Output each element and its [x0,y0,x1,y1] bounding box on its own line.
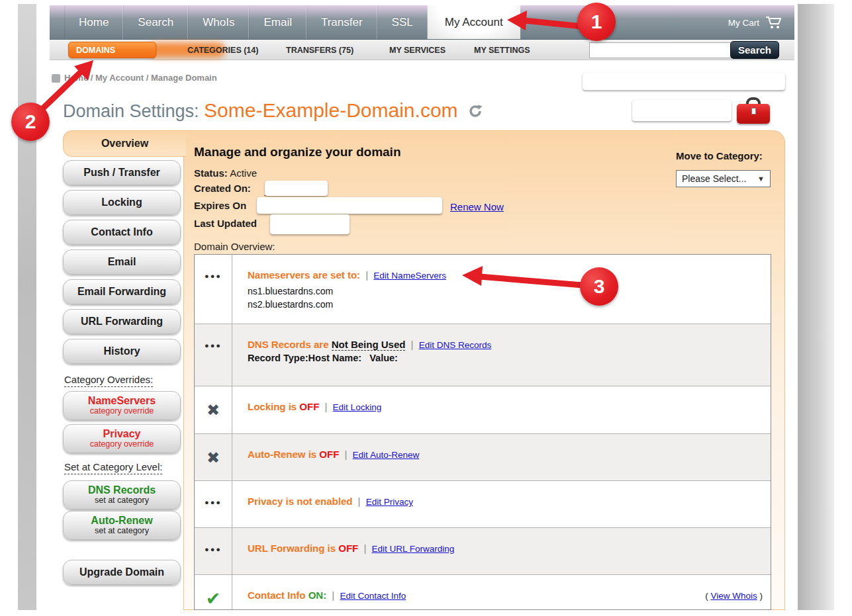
sidebar-item-history[interactable]: History [63,339,181,364]
row-title: Privacy is not enabled [248,496,352,507]
separator: | [329,590,337,601]
separator: | [361,543,369,554]
annotation-circle-2: 2 [11,103,50,141]
created-line: Created On: [194,183,251,194]
edit-auto-renew-link[interactable]: Edit Auto-Renew [353,450,420,460]
dots-icon: ●●● [195,255,232,324]
nav-tab-transfer[interactable]: Transfer [307,5,377,39]
status-value: Active [230,167,257,179]
status-label: Status: [194,167,228,179]
separator: | [322,401,330,412]
override-subtitle: category override [90,407,154,416]
table-row-auto-renew: ✖ Auto-Renew is OFF | Edit Auto-Renew [195,434,771,481]
sidebar-item-email-forwarding[interactable]: Email Forwarding [63,279,181,304]
page-title: Domain Settings: Some-Example-Domain.com [63,99,483,122]
nav-tab-ssl[interactable]: SSL [377,5,428,39]
nameserver-1: ns1.bluestardns.com [248,285,764,298]
separator: | [408,339,416,350]
row-status: ON: [308,590,327,601]
expires-line: Expires On [194,200,246,211]
override-title: Privacy [103,429,141,440]
search-button[interactable]: Search [730,41,779,59]
edit-privacy-link[interactable]: Edit Privacy [366,497,413,507]
cart-icon [765,16,782,29]
subnav-categories[interactable]: CATEGORIES (14) [187,40,258,60]
edit-dns-records-link[interactable]: Edit DNS Records [419,340,492,350]
top-navigation: Home Search WhoIs Email Transfer SSL My … [50,5,794,40]
row-title: URL Forwarding is [248,543,336,554]
domain-name: Some-Example-Domain.com [204,99,457,121]
dots-icon: ●●● [195,481,232,527]
renew-now-link[interactable]: Renew Now [450,201,504,212]
subnav-my-settings[interactable]: MY SETTINGS [474,40,530,60]
row-status: OFF [338,543,358,554]
subnav-my-services[interactable]: MY SERVICES [389,40,446,60]
toolbox-icon[interactable] [737,97,770,124]
x-icon: ✖ [195,434,232,480]
left-page-edge [18,4,36,610]
move-select-value: Please Select... [682,173,746,184]
sidebar-item-push-transfer[interactable]: Push / Transfer [63,160,181,185]
edit-locking-link[interactable]: Edit Locking [333,402,382,412]
redaction-box [257,197,442,214]
row-title: Nameservers are set to: [248,269,360,281]
nav-tab-my-account[interactable]: My Account [428,5,520,39]
updated-line: Last Updated [194,218,257,229]
separator: | [355,496,363,507]
upgrade-domain-button[interactable]: Upgrade Domain [63,560,181,585]
toolbox-latch [751,108,756,114]
page-title-prefix: Domain Settings: [63,101,204,121]
sidebar-item-nameservers-override[interactable]: NameServers category override [63,391,181,420]
edit-nameservers-link[interactable]: Edit NameServers [373,271,446,281]
view-whois-paren: ) [757,591,763,601]
category-subtitle: set at category [95,527,149,535]
move-to-category-select[interactable]: Please Select... ▼ [676,170,771,187]
row-title: Auto-Renew is [248,449,316,460]
edit-url-forwarding-link[interactable]: Edit URL Forwarding [372,544,455,554]
category-subtitle: set at category [95,496,149,505]
sidebar-item-url-forwarding[interactable]: URL Forwarding [63,309,181,334]
dots-icon: ●●● [195,528,232,574]
table-row-contact-info: ✔ Contact Info ON: | Edit Contact Info (… [195,575,771,610]
check-icon: ✔ [195,575,232,610]
sidebar-item-privacy-override[interactable]: Privacy category override [63,424,181,453]
annotation-circle-3: 3 [580,267,618,306]
edit-contact-info-link[interactable]: Edit Contact Info [340,591,406,601]
sidebar-item-overview[interactable]: Overview [63,130,186,157]
subnav-domains-button[interactable]: DOMAINS [68,42,156,58]
nav-tab-email[interactable]: Email [249,5,307,39]
sidebar-item-dns-records-category[interactable]: DNS Records set at category [63,480,181,509]
my-cart-button[interactable]: My Cart [728,5,782,40]
chevron-down-icon: ▼ [757,175,765,183]
nameserver-2: ns2.bluestardns.com [248,298,764,311]
subnav-transfers[interactable]: TRANSFERS (75) [286,40,354,60]
expires-label: Expires On [194,200,246,211]
annotation-circle-1: 1 [577,3,616,41]
nav-tab-search[interactable]: Search [123,5,188,39]
table-row-privacy: ●●● Privacy is not enabled | Edit Privac… [195,481,771,528]
category-title: DNS Records [88,485,156,496]
row-status: Not Being Used [332,339,406,351]
nav-tab-whois[interactable]: WhoIs [188,5,249,39]
refresh-icon[interactable] [468,104,483,118]
breadcrumb[interactable]: Home / My Account / Manage Domain [64,73,217,83]
dns-record-headers: Record Type:Host Name: Value: [248,353,764,363]
row-title: Contact Info [248,590,306,601]
created-label: Created On: [194,183,251,194]
sidebar-item-contact-info[interactable]: Contact Info [63,220,181,245]
redaction-box [265,181,328,196]
row-title: Locking is [248,401,297,412]
status-line: Status: Active [194,167,257,179]
x-icon: ✖ [195,386,232,433]
nav-tab-home[interactable]: Home [64,5,123,39]
sidebar-item-email[interactable]: Email [63,249,181,275]
redaction-box [583,73,785,90]
view-whois-link[interactable]: View Whois [710,591,757,601]
row-status: OFF [299,401,319,412]
sub-navigation: DOMAINS CATEGORIES (14) TRANSFERS (75) M… [50,40,794,60]
sidebar-item-locking[interactable]: Locking [63,190,181,215]
category-overrides-label: Category Overrides: [64,374,153,387]
breadcrumb-home-icon [52,74,60,83]
sidebar-item-auto-renew-category[interactable]: Auto-Renew set at category [63,511,181,540]
right-page-edge [798,4,834,610]
